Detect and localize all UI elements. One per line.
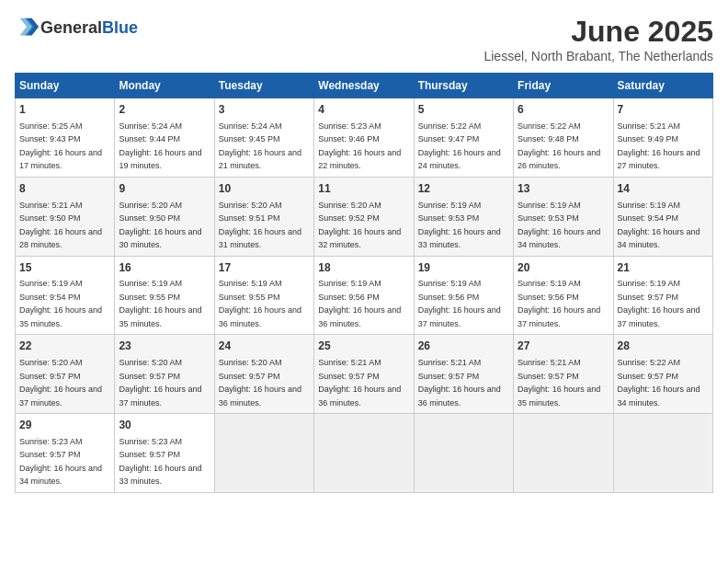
calendar-cell: 26 Sunrise: 5:21 AMSunset: 9:57 PMDaylig… <box>414 335 513 414</box>
day-info: Sunrise: 5:19 AMSunset: 9:56 PMDaylight:… <box>518 279 600 328</box>
day-number: 13 <box>518 181 609 197</box>
day-number: 18 <box>318 260 409 276</box>
calendar-cell: 7 Sunrise: 5:21 AMSunset: 9:49 PMDayligh… <box>613 98 712 178</box>
calendar-cell: 20 Sunrise: 5:19 AMSunset: 9:56 PMDaylig… <box>514 256 613 335</box>
calendar-cell <box>613 414 712 493</box>
logo-general-text: General <box>40 18 102 38</box>
calendar-header-row: Sunday Monday Tuesday Wednesday Thursday… <box>16 74 713 98</box>
header-friday: Friday <box>514 74 613 98</box>
day-info: Sunrise: 5:23 AMSunset: 9:57 PMDaylight:… <box>19 437 102 487</box>
day-info: Sunrise: 5:19 AMSunset: 9:55 PMDaylight:… <box>119 279 201 328</box>
day-number: 17 <box>219 260 310 276</box>
calendar-cell <box>314 414 414 493</box>
calendar-cell: 25 Sunrise: 5:21 AMSunset: 9:57 PMDaylig… <box>314 335 414 414</box>
calendar-week-row: 15 Sunrise: 5:19 AMSunset: 9:54 PMDaylig… <box>16 256 713 335</box>
calendar-week-row: 1 Sunrise: 5:25 AMSunset: 9:43 PMDayligh… <box>16 98 713 178</box>
calendar-cell: 30 Sunrise: 5:23 AMSunset: 9:57 PMDaylig… <box>115 414 214 493</box>
day-info: Sunrise: 5:23 AMSunset: 9:57 PMDaylight:… <box>119 437 201 487</box>
day-info: Sunrise: 5:21 AMSunset: 9:57 PMDaylight:… <box>418 358 501 408</box>
day-number: 6 <box>518 102 609 118</box>
day-info: Sunrise: 5:22 AMSunset: 9:48 PMDaylight:… <box>518 121 600 171</box>
calendar-cell: 17 Sunrise: 5:19 AMSunset: 9:55 PMDaylig… <box>214 256 313 335</box>
calendar-cell: 3 Sunrise: 5:24 AMSunset: 9:45 PMDayligh… <box>214 98 313 178</box>
header-wednesday: Wednesday <box>314 74 414 98</box>
calendar-week-row: 8 Sunrise: 5:21 AMSunset: 9:50 PMDayligh… <box>16 177 713 256</box>
day-number: 15 <box>19 260 110 276</box>
calendar-cell: 5 Sunrise: 5:22 AMSunset: 9:47 PMDayligh… <box>414 98 513 178</box>
calendar-cell: 9 Sunrise: 5:20 AMSunset: 9:50 PMDayligh… <box>115 177 214 256</box>
calendar-table: Sunday Monday Tuesday Wednesday Thursday… <box>15 73 713 493</box>
day-info: Sunrise: 5:19 AMSunset: 9:54 PMDaylight:… <box>19 279 102 328</box>
day-number: 16 <box>119 260 210 276</box>
day-info: Sunrise: 5:20 AMSunset: 9:57 PMDaylight:… <box>19 358 102 408</box>
logo-blue-text: Blue <box>102 18 138 38</box>
logo-icon <box>15 15 40 40</box>
day-info: Sunrise: 5:19 AMSunset: 9:57 PMDaylight:… <box>618 279 700 328</box>
calendar-cell: 22 Sunrise: 5:20 AMSunset: 9:57 PMDaylig… <box>16 335 115 414</box>
day-number: 5 <box>418 102 509 118</box>
day-info: Sunrise: 5:19 AMSunset: 9:53 PMDaylight:… <box>518 201 600 250</box>
calendar-cell: 12 Sunrise: 5:19 AMSunset: 9:53 PMDaylig… <box>414 177 513 256</box>
day-info: Sunrise: 5:22 AMSunset: 9:57 PMDaylight:… <box>618 358 700 408</box>
header-saturday: Saturday <box>613 74 712 98</box>
day-number: 4 <box>318 102 409 118</box>
calendar-cell: 4 Sunrise: 5:23 AMSunset: 9:46 PMDayligh… <box>314 98 414 178</box>
month-title: June 2025 <box>483 15 713 49</box>
title-section: June 2025 Liessel, North Brabant, The Ne… <box>483 15 713 63</box>
header-monday: Monday <box>115 74 214 98</box>
day-number: 22 <box>19 339 110 354</box>
calendar-cell: 10 Sunrise: 5:20 AMSunset: 9:51 PMDaylig… <box>214 177 313 256</box>
day-number: 23 <box>119 339 210 354</box>
day-number: 26 <box>418 339 509 354</box>
calendar-cell: 16 Sunrise: 5:19 AMSunset: 9:55 PMDaylig… <box>115 256 214 335</box>
logo: GeneralBlue <box>15 15 138 40</box>
day-number: 1 <box>19 102 110 118</box>
day-info: Sunrise: 5:21 AMSunset: 9:57 PMDaylight:… <box>518 358 600 408</box>
header-sunday: Sunday <box>16 74 115 98</box>
calendar-cell: 24 Sunrise: 5:20 AMSunset: 9:57 PMDaylig… <box>214 335 313 414</box>
day-number: 25 <box>318 339 409 354</box>
calendar-cell: 27 Sunrise: 5:21 AMSunset: 9:57 PMDaylig… <box>514 335 613 414</box>
day-number: 3 <box>219 102 310 118</box>
day-number: 7 <box>618 102 709 118</box>
day-info: Sunrise: 5:24 AMSunset: 9:44 PMDaylight:… <box>119 121 201 171</box>
day-info: Sunrise: 5:19 AMSunset: 9:56 PMDaylight:… <box>318 279 401 328</box>
day-info: Sunrise: 5:21 AMSunset: 9:49 PMDaylight:… <box>618 121 700 171</box>
calendar-cell: 8 Sunrise: 5:21 AMSunset: 9:50 PMDayligh… <box>16 177 115 256</box>
header-tuesday: Tuesday <box>214 74 313 98</box>
day-info: Sunrise: 5:23 AMSunset: 9:46 PMDaylight:… <box>318 121 401 171</box>
calendar-cell: 15 Sunrise: 5:19 AMSunset: 9:54 PMDaylig… <box>16 256 115 335</box>
day-number: 24 <box>219 339 310 354</box>
day-info: Sunrise: 5:19 AMSunset: 9:55 PMDaylight:… <box>219 279 301 328</box>
day-info: Sunrise: 5:20 AMSunset: 9:57 PMDaylight:… <box>119 358 201 408</box>
calendar-cell: 14 Sunrise: 5:19 AMSunset: 9:54 PMDaylig… <box>613 177 712 256</box>
day-info: Sunrise: 5:20 AMSunset: 9:50 PMDaylight:… <box>119 201 201 250</box>
calendar-cell <box>414 414 513 493</box>
day-number: 8 <box>19 181 110 197</box>
day-info: Sunrise: 5:21 AMSunset: 9:57 PMDaylight:… <box>318 358 401 408</box>
day-info: Sunrise: 5:24 AMSunset: 9:45 PMDaylight:… <box>219 121 301 171</box>
calendar-cell: 1 Sunrise: 5:25 AMSunset: 9:43 PMDayligh… <box>16 98 115 178</box>
day-number: 27 <box>518 339 609 354</box>
day-number: 11 <box>318 181 409 197</box>
day-number: 12 <box>418 181 509 197</box>
day-info: Sunrise: 5:19 AMSunset: 9:56 PMDaylight:… <box>418 279 501 328</box>
header-thursday: Thursday <box>414 74 513 98</box>
calendar-cell: 18 Sunrise: 5:19 AMSunset: 9:56 PMDaylig… <box>314 256 414 335</box>
calendar-week-row: 29 Sunrise: 5:23 AMSunset: 9:57 PMDaylig… <box>16 414 713 493</box>
calendar-cell: 28 Sunrise: 5:22 AMSunset: 9:57 PMDaylig… <box>613 335 712 414</box>
day-number: 9 <box>119 181 210 197</box>
location-title: Liessel, North Brabant, The Netherlands <box>483 49 713 63</box>
calendar-cell: 29 Sunrise: 5:23 AMSunset: 9:57 PMDaylig… <box>16 414 115 493</box>
calendar-cell: 11 Sunrise: 5:20 AMSunset: 9:52 PMDaylig… <box>314 177 414 256</box>
calendar-week-row: 22 Sunrise: 5:20 AMSunset: 9:57 PMDaylig… <box>16 335 713 414</box>
day-number: 30 <box>119 418 210 433</box>
day-number: 14 <box>618 181 709 197</box>
calendar-cell: 23 Sunrise: 5:20 AMSunset: 9:57 PMDaylig… <box>115 335 214 414</box>
day-number: 2 <box>119 102 210 118</box>
page-header: GeneralBlue June 2025 Liessel, North Bra… <box>15 15 713 63</box>
calendar-cell <box>514 414 613 493</box>
day-number: 10 <box>219 181 310 197</box>
calendar-cell: 19 Sunrise: 5:19 AMSunset: 9:56 PMDaylig… <box>414 256 513 335</box>
day-info: Sunrise: 5:20 AMSunset: 9:52 PMDaylight:… <box>318 201 401 250</box>
